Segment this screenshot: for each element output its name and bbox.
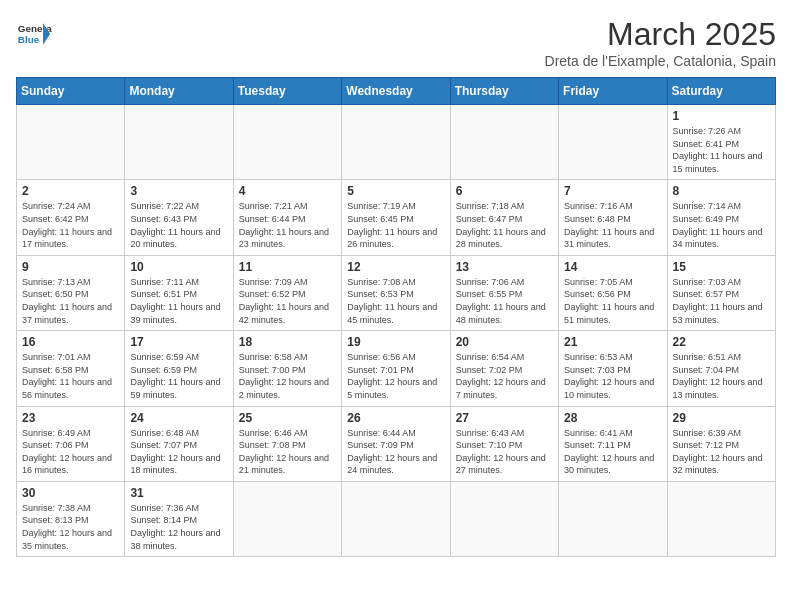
day-info: Sunrise: 6:48 AM Sunset: 7:07 PM Dayligh… — [130, 427, 227, 477]
weekday-header: Monday — [125, 78, 233, 105]
day-number: 18 — [239, 335, 336, 349]
calendar-cell — [667, 481, 775, 556]
svg-text:Blue: Blue — [18, 34, 40, 45]
calendar-cell: 28Sunrise: 6:41 AM Sunset: 7:11 PM Dayli… — [559, 406, 667, 481]
day-info: Sunrise: 7:21 AM Sunset: 6:44 PM Dayligh… — [239, 200, 336, 250]
calendar-cell: 3Sunrise: 7:22 AM Sunset: 6:43 PM Daylig… — [125, 180, 233, 255]
day-info: Sunrise: 7:18 AM Sunset: 6:47 PM Dayligh… — [456, 200, 553, 250]
day-info: Sunrise: 7:09 AM Sunset: 6:52 PM Dayligh… — [239, 276, 336, 326]
calendar-cell — [342, 105, 450, 180]
day-number: 25 — [239, 411, 336, 425]
calendar-cell: 23Sunrise: 6:49 AM Sunset: 7:06 PM Dayli… — [17, 406, 125, 481]
weekday-header: Saturday — [667, 78, 775, 105]
day-number: 1 — [673, 109, 770, 123]
calendar-cell — [17, 105, 125, 180]
day-number: 23 — [22, 411, 119, 425]
day-info: Sunrise: 6:58 AM Sunset: 7:00 PM Dayligh… — [239, 351, 336, 401]
calendar-cell: 26Sunrise: 6:44 AM Sunset: 7:09 PM Dayli… — [342, 406, 450, 481]
day-info: Sunrise: 6:46 AM Sunset: 7:08 PM Dayligh… — [239, 427, 336, 477]
calendar-cell: 22Sunrise: 6:51 AM Sunset: 7:04 PM Dayli… — [667, 331, 775, 406]
calendar-cell — [342, 481, 450, 556]
calendar-week-row: 16Sunrise: 7:01 AM Sunset: 6:58 PM Dayli… — [17, 331, 776, 406]
calendar-cell: 11Sunrise: 7:09 AM Sunset: 6:52 PM Dayli… — [233, 255, 341, 330]
calendar: SundayMondayTuesdayWednesdayThursdayFrid… — [16, 77, 776, 557]
day-number: 8 — [673, 184, 770, 198]
calendar-cell: 29Sunrise: 6:39 AM Sunset: 7:12 PM Dayli… — [667, 406, 775, 481]
logo: General Blue — [16, 16, 52, 52]
weekday-header: Sunday — [17, 78, 125, 105]
calendar-cell: 1Sunrise: 7:26 AM Sunset: 6:41 PM Daylig… — [667, 105, 775, 180]
day-info: Sunrise: 6:56 AM Sunset: 7:01 PM Dayligh… — [347, 351, 444, 401]
calendar-cell: 25Sunrise: 6:46 AM Sunset: 7:08 PM Dayli… — [233, 406, 341, 481]
calendar-cell: 9Sunrise: 7:13 AM Sunset: 6:50 PM Daylig… — [17, 255, 125, 330]
day-number: 31 — [130, 486, 227, 500]
weekday-header: Friday — [559, 78, 667, 105]
calendar-cell: 5Sunrise: 7:19 AM Sunset: 6:45 PM Daylig… — [342, 180, 450, 255]
day-number: 9 — [22, 260, 119, 274]
calendar-week-row: 23Sunrise: 6:49 AM Sunset: 7:06 PM Dayli… — [17, 406, 776, 481]
calendar-cell: 30Sunrise: 7:38 AM Sunset: 8:13 PM Dayli… — [17, 481, 125, 556]
day-info: Sunrise: 7:11 AM Sunset: 6:51 PM Dayligh… — [130, 276, 227, 326]
day-info: Sunrise: 7:22 AM Sunset: 6:43 PM Dayligh… — [130, 200, 227, 250]
day-info: Sunrise: 7:14 AM Sunset: 6:49 PM Dayligh… — [673, 200, 770, 250]
day-number: 7 — [564, 184, 661, 198]
calendar-cell: 4Sunrise: 7:21 AM Sunset: 6:44 PM Daylig… — [233, 180, 341, 255]
day-number: 13 — [456, 260, 553, 274]
day-number: 6 — [456, 184, 553, 198]
day-info: Sunrise: 6:59 AM Sunset: 6:59 PM Dayligh… — [130, 351, 227, 401]
day-info: Sunrise: 7:06 AM Sunset: 6:55 PM Dayligh… — [456, 276, 553, 326]
day-info: Sunrise: 6:49 AM Sunset: 7:06 PM Dayligh… — [22, 427, 119, 477]
calendar-cell: 21Sunrise: 6:53 AM Sunset: 7:03 PM Dayli… — [559, 331, 667, 406]
calendar-cell: 2Sunrise: 7:24 AM Sunset: 6:42 PM Daylig… — [17, 180, 125, 255]
day-number: 20 — [456, 335, 553, 349]
calendar-cell: 19Sunrise: 6:56 AM Sunset: 7:01 PM Dayli… — [342, 331, 450, 406]
day-info: Sunrise: 7:08 AM Sunset: 6:53 PM Dayligh… — [347, 276, 444, 326]
calendar-cell: 16Sunrise: 7:01 AM Sunset: 6:58 PM Dayli… — [17, 331, 125, 406]
day-info: Sunrise: 7:16 AM Sunset: 6:48 PM Dayligh… — [564, 200, 661, 250]
day-number: 19 — [347, 335, 444, 349]
day-info: Sunrise: 6:43 AM Sunset: 7:10 PM Dayligh… — [456, 427, 553, 477]
calendar-cell: 13Sunrise: 7:06 AM Sunset: 6:55 PM Dayli… — [450, 255, 558, 330]
day-info: Sunrise: 6:44 AM Sunset: 7:09 PM Dayligh… — [347, 427, 444, 477]
calendar-cell — [450, 105, 558, 180]
calendar-week-row: 1Sunrise: 7:26 AM Sunset: 6:41 PM Daylig… — [17, 105, 776, 180]
calendar-cell: 15Sunrise: 7:03 AM Sunset: 6:57 PM Dayli… — [667, 255, 775, 330]
calendar-cell: 24Sunrise: 6:48 AM Sunset: 7:07 PM Dayli… — [125, 406, 233, 481]
day-number: 30 — [22, 486, 119, 500]
calendar-cell — [450, 481, 558, 556]
day-number: 2 — [22, 184, 119, 198]
calendar-cell — [559, 481, 667, 556]
day-info: Sunrise: 7:36 AM Sunset: 8:14 PM Dayligh… — [130, 502, 227, 552]
day-number: 12 — [347, 260, 444, 274]
weekday-header: Thursday — [450, 78, 558, 105]
day-info: Sunrise: 7:24 AM Sunset: 6:42 PM Dayligh… — [22, 200, 119, 250]
day-info: Sunrise: 6:54 AM Sunset: 7:02 PM Dayligh… — [456, 351, 553, 401]
day-info: Sunrise: 7:26 AM Sunset: 6:41 PM Dayligh… — [673, 125, 770, 175]
calendar-week-row: 9Sunrise: 7:13 AM Sunset: 6:50 PM Daylig… — [17, 255, 776, 330]
day-info: Sunrise: 6:41 AM Sunset: 7:11 PM Dayligh… — [564, 427, 661, 477]
calendar-cell: 12Sunrise: 7:08 AM Sunset: 6:53 PM Dayli… — [342, 255, 450, 330]
subtitle: Dreta de l'Eixample, Catalonia, Spain — [545, 53, 776, 69]
day-info: Sunrise: 7:01 AM Sunset: 6:58 PM Dayligh… — [22, 351, 119, 401]
day-number: 11 — [239, 260, 336, 274]
calendar-week-row: 30Sunrise: 7:38 AM Sunset: 8:13 PM Dayli… — [17, 481, 776, 556]
day-number: 24 — [130, 411, 227, 425]
day-number: 4 — [239, 184, 336, 198]
day-info: Sunrise: 6:53 AM Sunset: 7:03 PM Dayligh… — [564, 351, 661, 401]
calendar-cell: 17Sunrise: 6:59 AM Sunset: 6:59 PM Dayli… — [125, 331, 233, 406]
day-number: 14 — [564, 260, 661, 274]
day-number: 3 — [130, 184, 227, 198]
day-number: 29 — [673, 411, 770, 425]
day-info: Sunrise: 7:05 AM Sunset: 6:56 PM Dayligh… — [564, 276, 661, 326]
title-area: March 2025 Dreta de l'Eixample, Cataloni… — [545, 16, 776, 69]
calendar-cell: 27Sunrise: 6:43 AM Sunset: 7:10 PM Dayli… — [450, 406, 558, 481]
month-title: March 2025 — [545, 16, 776, 53]
calendar-cell — [233, 481, 341, 556]
day-number: 15 — [673, 260, 770, 274]
day-number: 22 — [673, 335, 770, 349]
calendar-cell: 14Sunrise: 7:05 AM Sunset: 6:56 PM Dayli… — [559, 255, 667, 330]
calendar-cell: 6Sunrise: 7:18 AM Sunset: 6:47 PM Daylig… — [450, 180, 558, 255]
weekday-header-row: SundayMondayTuesdayWednesdayThursdayFrid… — [17, 78, 776, 105]
day-number: 26 — [347, 411, 444, 425]
day-info: Sunrise: 7:38 AM Sunset: 8:13 PM Dayligh… — [22, 502, 119, 552]
